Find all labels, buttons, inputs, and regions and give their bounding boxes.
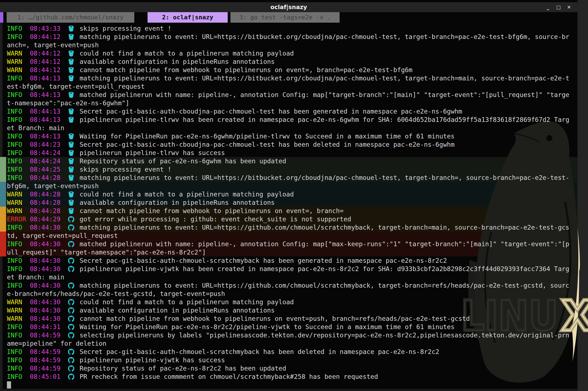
- log-message: available configuration in pipelineRuns …: [80, 58, 275, 65]
- log-row: WARN08:44:30cannot match pipeline from w…: [0, 314, 578, 323]
- log-timestamp: 08:44:28: [30, 174, 68, 182]
- log-row: INFO08:43:33skips processing event !: [0, 24, 578, 33]
- log-row: INFO08:44:13pipelinerun pipeline-tlrwv h…: [0, 116, 578, 124]
- log-level: INFO: [7, 149, 30, 157]
- log-row-cursor: [0, 381, 578, 389]
- log-message: et Branch: main: [7, 274, 64, 281]
- bitbucket-icon: [68, 91, 80, 99]
- log-row: INFO08:44:28matching pipelineruns to eve…: [0, 174, 578, 182]
- log-level: INFO: [7, 331, 30, 339]
- log-level: WARN: [7, 306, 30, 314]
- bitbucket-icon: [68, 49, 80, 57]
- tab-2-oclaf-snazy[interactable]: 2: oclaf|snazy: [148, 12, 228, 23]
- log-level: ERROR: [7, 215, 30, 223]
- tab-1-snazy-dir[interactable]: 1: …/github.com/chmouel/snazy: [7, 12, 134, 23]
- log-row: INFO08:44:59selecting pipelineruns by la…: [0, 331, 578, 339]
- log-timestamp: 08:44:30: [30, 298, 68, 306]
- github-icon: [68, 356, 80, 364]
- log-row: INFO08:44:59Repository status of pac-e2e…: [0, 364, 578, 372]
- log-row: INFO08:44:30Secret pac-git-basic-auth-ch…: [0, 256, 578, 265]
- log-level: INFO: [7, 240, 30, 248]
- log-level: WARN: [7, 190, 30, 198]
- log-timestamp: 08:44:12: [30, 33, 68, 41]
- log-row: INFO08:44:30pipelinerun pipeline-vjwtk h…: [0, 265, 578, 273]
- log-row-continuation: est-bfg6m, target-event=pull_request: [0, 82, 578, 91]
- github-icon: [68, 364, 80, 372]
- log-level: WARN: [7, 298, 30, 306]
- log-level: INFO: [7, 256, 30, 265]
- log-level: INFO: [7, 91, 30, 99]
- log-timestamp: 08:44:30: [30, 306, 68, 314]
- log-level: INFO: [7, 323, 30, 331]
- log-row: WARN08:44:28available configuration in p…: [0, 198, 578, 207]
- log-timestamp: 08:44:59: [30, 364, 68, 372]
- log-level: INFO: [7, 157, 30, 165]
- github-icon: [68, 265, 80, 273]
- log-timestamp: 08:44:13: [30, 107, 68, 116]
- log-timestamp: 08:44:13: [30, 74, 68, 82]
- log-level: WARN: [7, 66, 30, 74]
- terminal-cursor: [7, 381, 11, 389]
- log-timestamp: 08:44:28: [30, 207, 68, 215]
- log-message: pipelinerun pipeline-tlrwv has success: [80, 149, 225, 156]
- bitbucket-icon: [68, 33, 80, 41]
- close-icon[interactable]: ✕: [566, 4, 572, 10]
- github-icon: [68, 223, 80, 232]
- log-level: INFO: [7, 356, 30, 364]
- log-message: selecting pipelineruns by labels "pipeli…: [80, 332, 569, 339]
- log-timestamp: 08:44:28: [30, 198, 68, 207]
- log-level: INFO: [7, 74, 30, 82]
- log-row-continuation: anch=, target-event=push: [0, 41, 578, 49]
- minimize-icon[interactable]: _: [545, 4, 551, 10]
- window-title: oclaf|snazy: [0, 2, 578, 12]
- log-level: INFO: [7, 281, 30, 290]
- log-message: Waiting for PipelineRun pac-e2e-ns-6gwhm…: [80, 133, 455, 140]
- bitbucket-icon: [68, 116, 80, 124]
- log-row: INFO08:44:24Repository status of pac-e2e…: [0, 157, 578, 165]
- tab-3-go-test[interactable]: 3: go test -tags=e2e -v .: [230, 12, 340, 23]
- log-row: INFO08:44:30matched pipelinerun with nam…: [0, 240, 578, 248]
- log-row: INFO08:44:12matching pipelineruns to eve…: [0, 33, 578, 41]
- log-message: matching pipelineruns to event: URL=http…: [80, 33, 569, 40]
- log-row: INFO08:44:59pipelinerun pipeline-vjwtk h…: [0, 356, 578, 364]
- github-icon: [68, 348, 80, 356]
- github-icon: [68, 298, 80, 306]
- log-timestamp: 08:44:28: [30, 190, 68, 198]
- log-row: WARN08:44:12cannot match pipeline from w…: [0, 66, 578, 74]
- log-message: matching pipelineruns to event: URL=http…: [80, 75, 569, 82]
- log-timestamp: 08:44:13: [30, 132, 68, 140]
- log-level: WARN: [7, 49, 30, 57]
- log-timestamp: 08:44:23: [30, 140, 68, 149]
- log-level: INFO: [7, 223, 30, 232]
- log-message: matching pipelineruns to event: URL=http…: [80, 224, 569, 231]
- log-message: Secret pac-git-basic-auth-chmouel-scratc…: [80, 257, 447, 264]
- log-row: ERROR08:44:29got error while processing …: [0, 215, 578, 223]
- log-row: INFO08:44:31Waiting for PipelineRun pac-…: [0, 323, 578, 331]
- log-timestamp: 08:44:59: [30, 348, 68, 356]
- log-timestamp: 08:45:01: [30, 372, 68, 381]
- log-row-continuation: e-branch=refs/heads/pac-e2e-test-gcstd, …: [0, 290, 578, 298]
- window-controls: _ □ ✕: [545, 2, 572, 12]
- log-timestamp: 08:44:13: [30, 116, 68, 124]
- log-level: INFO: [7, 348, 30, 356]
- bitbucket-icon: [68, 57, 80, 66]
- log-timestamp: 08:44:24: [30, 149, 68, 157]
- log-message: matched pipelinerun with name: pipeline-…: [80, 91, 569, 98]
- maximize-icon[interactable]: □: [555, 4, 561, 10]
- log-timestamp: 08:44:12: [30, 49, 68, 57]
- log-row: WARN08:44:28could not find a match to a …: [0, 190, 578, 198]
- window-bottom-border: [0, 389, 578, 391]
- log-level: WARN: [7, 198, 30, 207]
- bitbucket-icon: [68, 174, 80, 182]
- log-row: WARN08:44:30available configuration in p…: [0, 306, 578, 314]
- bitbucket-icon: [68, 66, 80, 74]
- log-timestamp: 08:44:12: [30, 66, 68, 74]
- log-message: t-namespace":"pac-e2e-ns-6gwhm"]: [7, 99, 129, 107]
- bitbucket-icon: [68, 24, 80, 33]
- terminal-log: INFO08:43:33skips processing event !INFO…: [0, 24, 578, 389]
- log-message: Repository status of pac-e2e-ns-8r2c2 ha…: [80, 365, 286, 372]
- log-message: cannot match pipeline from webhook to pi…: [80, 207, 343, 214]
- log-message: available configuration in pipelineRuns …: [80, 307, 275, 314]
- log-timestamp: 08:44:29: [30, 215, 68, 223]
- bitbucket-icon: [68, 74, 80, 82]
